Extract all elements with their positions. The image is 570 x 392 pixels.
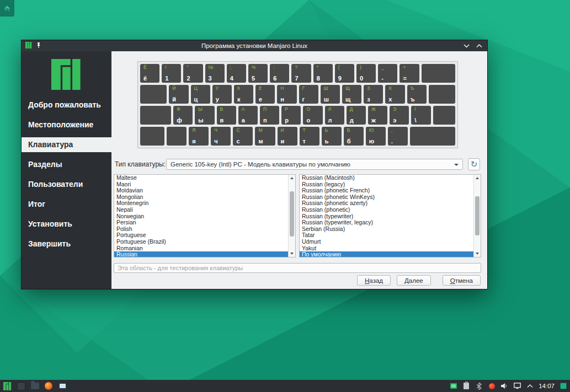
scrollbar[interactable] xyxy=(473,175,481,257)
clock[interactable]: 14:07 xyxy=(539,383,555,389)
keyboard-key: №3 xyxy=(205,64,225,83)
variant-list[interactable]: Russian (Macintosh)Russian (legacy)Russi… xyxy=(299,174,481,257)
updates-icon[interactable] xyxy=(488,382,496,390)
chevron-down-icon xyxy=(454,164,459,166)
taskbar: 14:07 xyxy=(0,380,570,392)
keyboard-key: "2 xyxy=(183,64,203,83)
keyboard-key: Кк xyxy=(234,85,253,104)
list-item[interactable]: Russian (phonetic) xyxy=(300,207,473,213)
keyboard-key xyxy=(167,127,187,146)
keyboard-key: Пп xyxy=(260,106,279,125)
keyboard-key xyxy=(140,106,171,125)
keyboard-key: Чч xyxy=(211,127,231,146)
keyboard-test-input[interactable] xyxy=(114,263,481,273)
list-item[interactable]: Polish xyxy=(114,226,288,233)
keyboard-key: Цц xyxy=(191,85,210,104)
list-item[interactable]: Russian (phonetic azerty) xyxy=(300,200,473,207)
desktop: Программа установки Manjaro Linux Добро … xyxy=(0,0,570,392)
list-item[interactable]: Persian xyxy=(114,219,288,226)
volume-icon[interactable] xyxy=(500,382,508,390)
list-item[interactable]: Maori xyxy=(114,181,288,188)
keyboard-key: Ьь xyxy=(322,127,342,146)
list-item[interactable]: По умолчанию xyxy=(300,251,473,257)
keyboard-key: /\ xyxy=(411,106,430,125)
keyboard-key: *8 xyxy=(313,64,333,83)
next-button[interactable]: Далее xyxy=(397,275,431,286)
keyboard-key: Оо xyxy=(303,106,322,125)
refresh-button[interactable]: ↻ xyxy=(468,158,480,170)
sidebar: Добро пожаловатьМестоположениеКлавиатура… xyxy=(22,51,111,289)
list-item[interactable]: Maltese xyxy=(114,175,288,181)
scrollbar-thumb[interactable] xyxy=(475,196,480,236)
titlebar[interactable]: Программа установки Manjaro Linux xyxy=(22,40,487,51)
installer-window: Программа установки Manjaro Linux Добро … xyxy=(21,40,488,289)
cancel-button[interactable]: Отмена xyxy=(443,275,481,286)
screen-share-icon[interactable] xyxy=(450,382,457,390)
list-item[interactable]: Norwegian xyxy=(114,213,288,220)
keyboard-key: Вв xyxy=(217,106,236,125)
keyboard-key: Уу xyxy=(212,85,232,104)
list-item[interactable]: Moldavian xyxy=(114,187,288,194)
keyboard-key: )0 xyxy=(356,64,376,83)
sidebar-item: Местоположение xyxy=(22,117,111,132)
browser-icon[interactable] xyxy=(44,382,53,390)
list-item[interactable]: Mongolian xyxy=(114,194,288,201)
keyboard-key: Зз xyxy=(364,85,383,104)
list-item[interactable]: Portuguese xyxy=(114,232,288,239)
list-item[interactable]: Russian (phonetic WinKeys) xyxy=(300,194,473,201)
chevron-down-icon[interactable] xyxy=(464,42,470,49)
manjaro-logo-icon xyxy=(25,42,32,50)
list-item[interactable]: Russian (legacy) xyxy=(300,181,473,188)
pin-icon[interactable] xyxy=(36,42,41,50)
keyboard-model-value: Generic 105-key (Intl) PC - Модель клави… xyxy=(171,161,350,168)
keyboard-key xyxy=(429,85,455,104)
network-icon[interactable] xyxy=(513,382,521,390)
keyboard-model-label: Тип клавиатуры: xyxy=(115,160,166,168)
keyboard-key: Ёё xyxy=(140,64,159,83)
keyboard-key xyxy=(422,64,455,83)
show-desktop-icon[interactable] xyxy=(560,382,567,390)
tray-expander-icon[interactable] xyxy=(526,382,534,390)
back-button[interactable]: Назад xyxy=(357,275,391,286)
list-item[interactable]: Russian (typewriter) xyxy=(300,213,473,220)
keyboard-key: (9 xyxy=(335,64,354,83)
list-item[interactable]: Russian (phonetic French) xyxy=(300,187,473,194)
list-item[interactable]: Russian (Macintosh) xyxy=(300,175,473,181)
manjaro-menu-icon[interactable] xyxy=(3,382,12,390)
list-item[interactable]: Yakut xyxy=(300,245,473,252)
bluetooth-icon[interactable] xyxy=(475,382,483,390)
keyboard-key: %5 xyxy=(248,64,268,83)
clipboard-icon[interactable] xyxy=(462,382,470,390)
keyboard-key: Нн xyxy=(277,85,296,104)
folder-icon[interactable] xyxy=(30,382,39,390)
list-item[interactable]: Tatar xyxy=(300,232,473,239)
keyboard-key: Лл xyxy=(325,106,344,125)
manjaro-logo xyxy=(51,59,82,90)
keyboard-key xyxy=(140,85,167,104)
chevron-up-icon[interactable] xyxy=(476,42,482,49)
scrollbar[interactable] xyxy=(288,175,295,257)
layout-list-items: MalteseMaoriMoldavianMongolianMontenegri… xyxy=(114,175,288,257)
keyboard-key: Яя xyxy=(189,127,209,146)
list-item[interactable]: Romanian xyxy=(114,245,288,252)
layout-list[interactable]: MalteseMaoriMoldavianMongolianMontenegri… xyxy=(114,174,296,257)
list-item[interactable]: Udmurt xyxy=(300,239,473,245)
scrollbar-thumb[interactable] xyxy=(290,191,294,237)
list-item[interactable]: Portuguese (Brazil) xyxy=(114,239,288,245)
list-item[interactable]: Russian xyxy=(114,251,288,257)
desktop-toolbox-icon[interactable] xyxy=(0,0,14,17)
keyboard-key: ;4 xyxy=(227,64,246,83)
button-row: НазадДалееОтмена xyxy=(114,275,481,286)
list-item[interactable]: Serbian (Russia) xyxy=(300,226,473,233)
list-item[interactable]: Nepali xyxy=(114,207,288,213)
window-title: Программа установки Manjaro Linux xyxy=(201,42,307,49)
file-manager-icon[interactable] xyxy=(17,382,25,390)
variant-list-items: Russian (Macintosh)Russian (legacy)Russi… xyxy=(300,175,473,257)
keyboard-key: Юю xyxy=(366,127,386,146)
keyboard-model-select[interactable]: Generic 105-key (Intl) PC - Модель клави… xyxy=(166,159,463,170)
sidebar-item: Завершить xyxy=(22,237,111,251)
list-item[interactable]: Russian (typewriter, legacy) xyxy=(300,219,473,226)
display-settings-icon[interactable] xyxy=(58,382,67,390)
list-item[interactable]: Montenegrin xyxy=(114,200,288,207)
keyboard-key: Ии xyxy=(278,127,297,146)
